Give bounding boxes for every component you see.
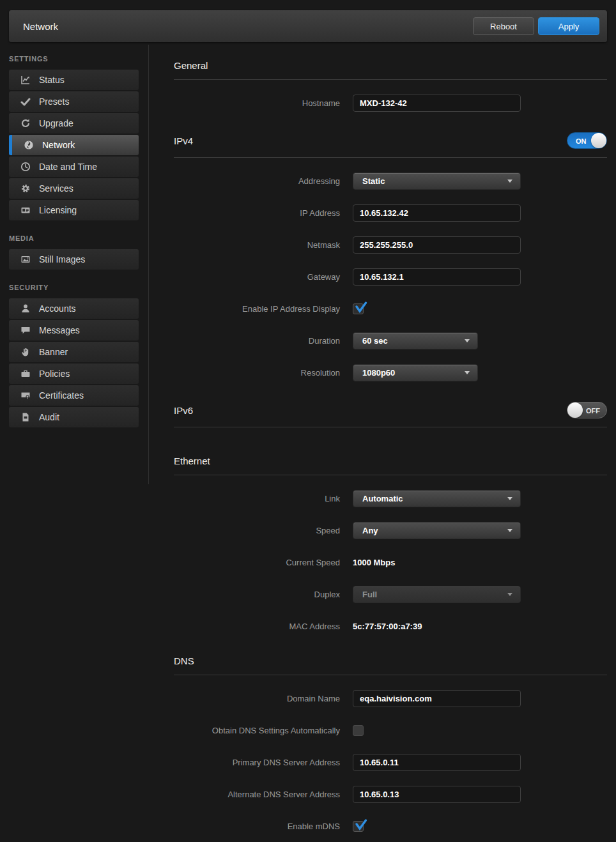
reboot-button[interactable]: Reboot [473, 17, 534, 35]
enable-ip-display-checkbox[interactable] [353, 303, 364, 314]
sidebar-item-label: Date and Time [39, 162, 97, 172]
sidebar-item-still-images[interactable]: Still Images [9, 249, 139, 270]
sidebar-item-label: Status [39, 75, 65, 85]
sidebar-item-label: Presets [39, 96, 69, 107]
sidebar-item-policies[interactable]: Policies [9, 364, 139, 384]
sidebar-item-date-and-time[interactable]: Date and Time [9, 157, 139, 177]
sidebar-item-label: Network [42, 140, 75, 150]
link-select[interactable]: Automatic [353, 490, 521, 507]
checkmark-icon [354, 818, 367, 831]
sidebar-item-label: Licensing [39, 205, 77, 215]
page-title: Network [23, 21, 58, 32]
sidebar-item-services[interactable]: Services [9, 178, 139, 199]
toggle-knob [591, 133, 606, 148]
sidebar-item-label: Upgrade [39, 118, 73, 128]
sidebar-item-label: Policies [39, 369, 70, 379]
gear-icon [20, 183, 31, 194]
select-value: 60 sec [353, 336, 388, 346]
field-label: Netmask [161, 240, 340, 250]
section-ipv4-header: IPv4 ON [174, 130, 607, 158]
sidebar-group-label: SETTINGS [9, 55, 148, 63]
refresh-icon [20, 118, 31, 129]
sidebar-group-security: SECURITY Accounts Messages Banner Polici… [0, 284, 148, 427]
sidebar-item-label: Still Images [39, 254, 85, 264]
checkmark-icon [354, 300, 367, 314]
field-label: Hostname [161, 98, 340, 108]
obtain-dns-checkbox[interactable] [353, 725, 364, 736]
field-label: Link [161, 494, 340, 503]
section-ipv6: IPv6 OFF [161, 399, 607, 427]
toggle-state-label: ON [576, 137, 587, 145]
sidebar-item-label: Banner [39, 347, 68, 357]
section-dns-header: DNS [174, 653, 607, 675]
addressing-row: Addressing Static [161, 172, 607, 190]
sidebar-item-presets[interactable]: Presets [9, 91, 139, 112]
field-label: Gateway [161, 272, 340, 282]
section-title: Ethernet [174, 455, 210, 466]
section-dns: DNS Domain Name Obtain DNS Settings Auto… [161, 653, 607, 842]
toggle-knob [567, 402, 583, 418]
chevron-down-icon [507, 593, 512, 596]
select-value: Static [353, 176, 385, 186]
duplex-select: Full [353, 586, 521, 603]
enable-ip-display-row: Enable IP Address Display [161, 300, 607, 318]
globe-icon [23, 140, 34, 151]
gateway-input[interactable] [353, 268, 521, 286]
sidebar-item-label: Services [39, 183, 73, 194]
sidebar-item-network[interactable]: Network [9, 135, 139, 155]
ipv4-toggle[interactable]: ON [567, 132, 607, 149]
alternate-dns-input[interactable] [353, 786, 521, 803]
field-label: Resolution [161, 368, 340, 378]
enable-mdns-row: Enable mDNS [161, 818, 607, 835]
field-label: Speed [161, 526, 340, 535]
chart-icon [20, 75, 31, 86]
field-label: IP Address [161, 208, 340, 218]
domain-name-input[interactable] [353, 690, 521, 707]
field-label: Duration [161, 336, 340, 346]
sidebar-item-label: Certificates [39, 390, 84, 401]
select-value: Full [353, 590, 377, 599]
duration-select[interactable]: 60 sec [353, 332, 478, 349]
sidebar: SETTINGS Status Presets Upgrade Network [0, 42, 148, 441]
sidebar-item-label: Messages [39, 325, 80, 335]
field-label: Enable IP Address Display [161, 304, 340, 314]
section-title: DNS [174, 655, 194, 666]
speed-select[interactable]: Any [353, 522, 521, 539]
current-speed-value: 1000 Mbps [353, 558, 395, 567]
section-general: General Hostname [161, 57, 607, 112]
chevron-down-icon [465, 371, 470, 374]
ipv6-toggle[interactable]: OFF [567, 402, 607, 418]
sidebar-item-upgrade[interactable]: Upgrade [9, 113, 139, 134]
chevron-down-icon [507, 497, 512, 500]
addressing-select[interactable]: Static [353, 172, 521, 190]
sidebar-group-label: MEDIA [9, 234, 148, 242]
field-label: Primary DNS Server Address [161, 758, 340, 767]
sidebar-item-certificates[interactable]: Certificates [9, 385, 139, 406]
hostname-row: Hostname [161, 95, 607, 112]
enable-mdns-checkbox[interactable] [353, 821, 364, 832]
sidebar-item-status[interactable]: Status [9, 70, 139, 90]
speech-bubble-icon [20, 325, 31, 336]
hostname-input[interactable] [353, 95, 521, 112]
sidebar-item-licensing[interactable]: Licensing [9, 200, 139, 220]
primary-dns-input[interactable] [353, 754, 521, 771]
section-general-header: General [174, 57, 607, 80]
sidebar-item-audit[interactable]: Audit [9, 407, 139, 427]
apply-button[interactable]: Apply [538, 17, 599, 35]
field-label: Obtain DNS Settings Automatically [161, 726, 340, 735]
sidebar-divider [148, 45, 149, 484]
chevron-down-icon [507, 529, 512, 532]
resolution-select[interactable]: 1080p60 [353, 364, 478, 381]
check-icon [20, 96, 31, 107]
ip-address-row: IP Address [161, 204, 607, 222]
clock-icon [20, 162, 31, 172]
sidebar-item-accounts[interactable]: Accounts [9, 298, 139, 319]
sidebar-item-messages[interactable]: Messages [9, 320, 139, 341]
ip-address-input[interactable] [353, 204, 521, 222]
obtain-dns-row: Obtain DNS Settings Automatically [161, 722, 607, 739]
duration-row: Duration 60 sec [161, 332, 607, 349]
sidebar-item-banner[interactable]: Banner [9, 342, 139, 362]
chevron-down-icon [507, 180, 512, 183]
netmask-input[interactable] [353, 236, 521, 254]
chevron-down-icon [465, 339, 470, 342]
